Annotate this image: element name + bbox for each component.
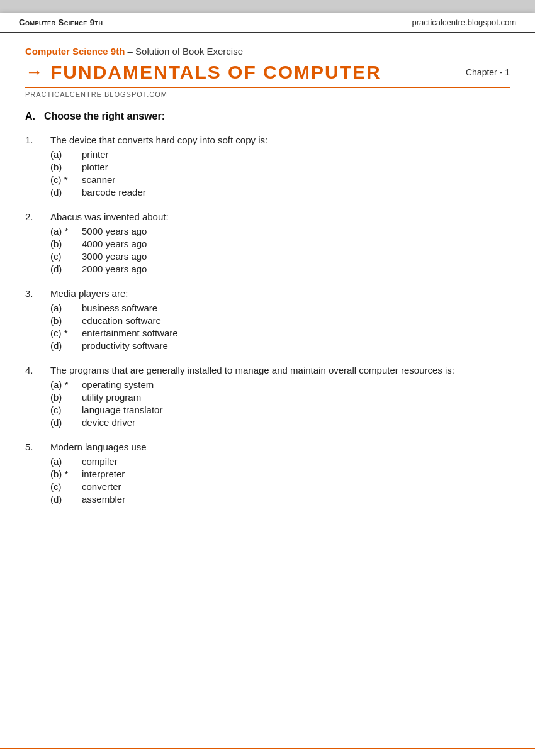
question-text: Abacus was invented about:	[50, 211, 510, 222]
option-text: barcode reader	[82, 187, 510, 197]
option-item: (c)converter	[50, 481, 510, 492]
options-list: (a) *operating system(b)utility program(…	[50, 379, 510, 428]
question-text: The programs that are generally installe…	[50, 365, 510, 375]
option-text: printer	[82, 149, 510, 160]
question-number: 5.	[25, 442, 50, 452]
option-label: (d)	[50, 417, 82, 428]
option-label: (a)	[50, 303, 82, 313]
page: Computer Science 9th practicalcentre.blo…	[0, 13, 535, 756]
top-bar-right: practicalcentre.blogspot.com	[412, 18, 516, 27]
subtitle-bold: Computer Science 9th	[25, 46, 125, 57]
question-text: The device that converts hard copy into …	[50, 135, 510, 145]
blog-url: PRACTICALCENTRE.BLOGSPOT.COM	[25, 91, 510, 98]
question-text: Modern languages use	[50, 442, 510, 452]
option-item: (d)barcode reader	[50, 187, 510, 197]
option-item: (a)printer	[50, 149, 510, 160]
option-label: (c)	[50, 481, 82, 492]
option-label: (d)	[50, 494, 82, 504]
option-text: productivity software	[82, 340, 510, 351]
option-text: plotter	[82, 162, 510, 172]
top-bar-left: Computer Science 9th	[19, 18, 103, 27]
option-text: 3000 years ago	[82, 251, 510, 262]
chapter-label: Chapter - 1	[466, 67, 510, 77]
title-row: → FUNDAMENTALS OF COMPUTER Chapter - 1	[25, 62, 510, 88]
option-item: (d)productivity software	[50, 340, 510, 351]
option-item: (b)plotter	[50, 162, 510, 172]
option-item: (a)business software	[50, 303, 510, 313]
question-number: 3.	[25, 288, 50, 299]
option-item: (b)education software	[50, 315, 510, 326]
section-heading: Choose the right answer:	[44, 111, 165, 122]
option-item: (b)utility program	[50, 392, 510, 403]
option-item: (c)language translator	[50, 404, 510, 415]
question-text: Media players are:	[50, 288, 510, 299]
option-label: (c) *	[50, 328, 82, 338]
questions-list: 1.The device that converts hard copy int…	[25, 135, 510, 504]
option-item: (c) *entertainment software	[50, 328, 510, 338]
option-text: business software	[82, 303, 510, 313]
option-text: 2000 years ago	[82, 264, 510, 274]
option-text: compiler	[82, 456, 510, 467]
question-row: 4.The programs that are generally instal…	[25, 365, 510, 375]
option-text: 5000 years ago	[82, 226, 510, 236]
option-text: utility program	[82, 392, 510, 403]
option-label: (c)	[50, 404, 82, 415]
question-item: 4.The programs that are generally instal…	[25, 365, 510, 428]
option-text: device driver	[82, 417, 510, 428]
option-label: (a)	[50, 149, 82, 160]
option-text: language translator	[82, 404, 510, 415]
option-item: (c)3000 years ago	[50, 251, 510, 262]
option-text: scanner	[82, 174, 510, 185]
option-label: (a) *	[50, 379, 82, 390]
question-number: 1.	[25, 135, 50, 145]
content-area: Computer Science 9th – Solution of Book …	[0, 33, 535, 556]
options-list: (a)business software(b)education softwar…	[50, 303, 510, 351]
question-item: 5.Modern languages use(a)compiler(b) *in…	[25, 442, 510, 504]
options-list: (a)compiler(b) *interpreter(c)converter(…	[50, 456, 510, 504]
option-label: (b)	[50, 315, 82, 326]
arrow-icon: →	[25, 62, 43, 82]
question-row: 1.The device that converts hard copy int…	[25, 135, 510, 145]
bottom-bar: Fundamentals of Computer – Solution of B…	[0, 748, 535, 756]
option-item: (a)compiler	[50, 456, 510, 467]
option-item: (c) *scanner	[50, 174, 510, 185]
option-label: (d)	[50, 187, 82, 197]
option-label: (a) *	[50, 226, 82, 236]
question-number: 2.	[25, 211, 50, 222]
options-list: (a)printer(b)plotter(c) *scanner(d)barco…	[50, 149, 510, 197]
option-item: (d)2000 years ago	[50, 264, 510, 274]
option-text: operating system	[82, 379, 510, 390]
option-text: entertainment software	[82, 328, 510, 338]
option-text: converter	[82, 481, 510, 492]
subtitle-rest: – Solution of Book Exercise	[125, 46, 243, 57]
option-label: (b)	[50, 162, 82, 172]
option-label: (d)	[50, 264, 82, 274]
option-text: assembler	[82, 494, 510, 504]
question-row: 5.Modern languages use	[25, 442, 510, 452]
main-title: FUNDAMENTALS OF COMPUTER	[50, 62, 466, 83]
option-label: (b) *	[50, 469, 82, 479]
option-label: (c)	[50, 251, 82, 262]
question-item: 1.The device that converts hard copy int…	[25, 135, 510, 197]
question-row: 3.Media players are:	[25, 288, 510, 299]
option-text: 4000 years ago	[82, 238, 510, 249]
option-text: interpreter	[82, 469, 510, 479]
option-item: (b) *interpreter	[50, 469, 510, 479]
option-label: (d)	[50, 340, 82, 351]
section-letter: A.	[25, 111, 44, 122]
options-list: (a) *5000 years ago(b)4000 years ago(c)3…	[50, 226, 510, 274]
section-a-heading-row: A. Choose the right answer:	[25, 111, 510, 128]
question-number: 4.	[25, 365, 50, 375]
question-item: 2.Abacus was invented about:(a) *5000 ye…	[25, 211, 510, 274]
option-label: (c) *	[50, 174, 82, 185]
question-item: 3.Media players are:(a)business software…	[25, 288, 510, 351]
option-label: (a)	[50, 456, 82, 467]
option-text: education software	[82, 315, 510, 326]
option-label: (b)	[50, 238, 82, 249]
question-row: 2.Abacus was invented about:	[25, 211, 510, 222]
option-label: (b)	[50, 392, 82, 403]
option-item: (d)assembler	[50, 494, 510, 504]
top-bar: Computer Science 9th practicalcentre.blo…	[0, 13, 535, 33]
option-item: (d)device driver	[50, 417, 510, 428]
subtitle: Computer Science 9th – Solution of Book …	[25, 46, 510, 57]
